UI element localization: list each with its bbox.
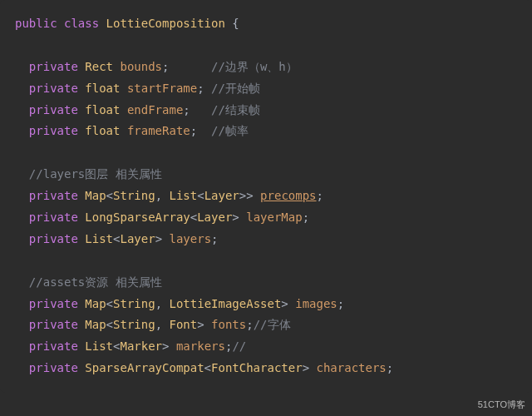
code-line: private Map<String, List<Layer>> precomp…	[15, 186, 517, 207]
type-float: float	[85, 103, 120, 116]
keyword-private: private	[29, 339, 78, 353]
keyword-private: private	[29, 189, 78, 202]
code-line: private List<Marker> markers;//	[15, 336, 517, 358]
type-float: float	[85, 82, 120, 95]
comment: //layers图层 相关属性	[29, 167, 162, 181]
code-line: private Map<String, LottieImageAsset> im…	[15, 294, 517, 315]
code-line: private Map<String, Font> fonts;//字体	[15, 314, 517, 336]
code-line: private LongSparseArray<Layer> layerMap;	[15, 207, 517, 229]
code-line: private Rect bounds; //边界（w、h）	[15, 57, 517, 78]
comment: //帧率	[211, 124, 249, 137]
keyword-private: private	[29, 82, 78, 95]
class-name: LottieComposition	[106, 17, 225, 30]
comment: //	[232, 339, 246, 353]
code-line: //layers图层 相关属性	[15, 164, 517, 186]
field-fonts: fonts	[211, 318, 246, 331]
field-layers: layers	[170, 232, 212, 245]
keyword-private: private	[29, 361, 78, 374]
field-characters: characters	[317, 361, 387, 374]
keyword-private: private	[29, 60, 78, 73]
blank-line	[15, 250, 517, 272]
comment: //字体	[254, 318, 291, 331]
field-frameRate: frameRate	[127, 124, 190, 137]
type-Map: Map	[85, 189, 106, 202]
comment: //结束帧	[211, 103, 260, 116]
brace: {	[225, 17, 239, 30]
field-images: images	[295, 297, 337, 310]
code-line: private List<Layer> layers;	[15, 229, 517, 250]
keyword-private: private	[29, 318, 78, 331]
blank-line	[15, 35, 517, 57]
type-Rect: Rect	[85, 60, 113, 73]
keyword-private: private	[29, 232, 78, 245]
type-LongSparseArray: LongSparseArray	[85, 210, 190, 224]
field-startFrame: startFrame	[127, 82, 197, 95]
code-line: private SparseArrayCompat<FontCharacter>…	[15, 358, 517, 379]
type-Map: Map	[85, 318, 106, 331]
code-line: public class LottieComposition {	[15, 13, 517, 35]
field-precomps: precomps	[260, 189, 316, 202]
type-List: List	[85, 339, 113, 353]
keyword-private: private	[29, 103, 78, 116]
field-endFrame: endFrame	[127, 103, 183, 116]
code-line: private float frameRate; //帧率	[15, 121, 517, 142]
code-line: private float startFrame; //开始帧	[15, 78, 517, 100]
keyword-private: private	[29, 210, 78, 224]
comment: //assets资源 相关属性	[29, 275, 162, 289]
keyword-class: class	[64, 17, 99, 30]
code-snippet: public class LottieComposition { private…	[0, 0, 532, 393]
keyword-public: public	[15, 17, 57, 30]
type-SparseArrayCompat: SparseArrayCompat	[85, 361, 204, 374]
blank-line	[15, 142, 517, 164]
watermark-text: 51CTO博客	[478, 399, 525, 411]
field-markers: markers	[176, 339, 225, 353]
code-line: private float endFrame; //结束帧	[15, 100, 517, 121]
keyword-private: private	[29, 297, 78, 310]
comment: //开始帧	[211, 82, 260, 95]
keyword-private: private	[29, 124, 78, 137]
field-bounds: bounds	[120, 60, 162, 73]
type-float: float	[85, 124, 120, 137]
type-Map: Map	[85, 297, 106, 310]
code-line: //assets资源 相关属性	[15, 272, 517, 294]
field-layerMap: layerMap	[246, 210, 302, 224]
comment: //边界（w、h）	[211, 60, 298, 73]
type-List: List	[85, 232, 113, 245]
